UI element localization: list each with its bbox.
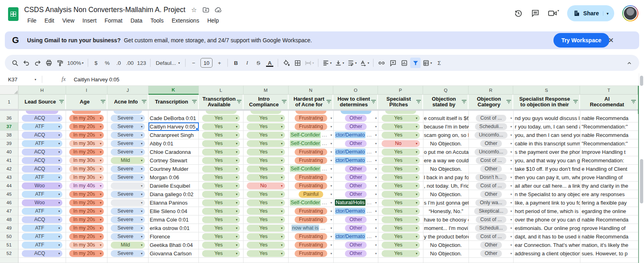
name-box-caret-icon[interactable]: ▾	[35, 78, 36, 81]
cell-K39[interactable]: Abby 0:01	[149, 139, 199, 148]
cell-M36[interactable]: Yes▾	[244, 114, 289, 122]
dropdown-caret-icon[interactable]: ▾	[330, 193, 332, 196]
dropdown-caret-icon[interactable]: ▾	[510, 243, 512, 247]
zoom-select[interactable]: 100%▾	[66, 58, 85, 68]
cell-N45[interactable]: Painful▾	[289, 190, 334, 199]
cell-Q37[interactable]: because I'm in betw	[423, 122, 469, 131]
row-header[interactable]	[0, 258, 19, 263]
cell-J38[interactable]: Severe▾	[107, 131, 149, 139]
cell-M41[interactable]: Yes▾	[244, 156, 289, 165]
cell-S41[interactable]: you, and that way you can ge	[514, 156, 580, 165]
cell[interactable]	[149, 111, 199, 114]
cell-J50[interactable]: Severe▾	[107, 232, 149, 241]
dropdown-pill[interactable]: In my 30s▾	[69, 166, 104, 172]
selected-cell-K37[interactable]: Caitlyn Harvey 0:05	[149, 122, 199, 131]
cell-S52[interactable]: addressing a client objection i	[514, 249, 580, 258]
dropdown-pill[interactable]: Frustrating	[295, 149, 328, 155]
dropdown-pill[interactable]: Frustrating	[295, 182, 328, 189]
cell-S37[interactable]: r you today, um, I can send a	[514, 122, 580, 131]
cell-Q51[interactable]: No Objection.	[423, 241, 469, 249]
dropdown-pill[interactable]: Yes▾	[382, 132, 420, 139]
filter-icon[interactable]	[573, 100, 578, 104]
cell-S47[interactable]: hort period of time, which is p	[514, 207, 580, 215]
dropdown-pill[interactable]: ATF▾	[22, 191, 62, 198]
dropdown-pill[interactable]: In my 20s▾	[69, 250, 104, 257]
cell-H44[interactable]: Woo▾	[19, 182, 66, 190]
cell[interactable]	[107, 111, 149, 114]
dropdown-pill[interactable]: In my 20s▾	[69, 225, 104, 232]
dropdown-pill[interactable]: Yes▾	[202, 166, 240, 172]
filter-icon[interactable]	[326, 100, 331, 104]
dropdown-pill[interactable]: Other	[480, 191, 502, 198]
cell-O37[interactable]: Other▾	[334, 122, 378, 131]
menu-insert[interactable]: Insert	[79, 17, 100, 25]
header-cell-H[interactable]: Lead Source	[19, 95, 66, 109]
dropdown-pill[interactable]: ATF▾	[22, 225, 62, 232]
cell-P39[interactable]: No▾	[378, 139, 423, 148]
cell-O45[interactable]: Other▾	[334, 190, 378, 199]
cell-O47[interactable]: ctor/Dermato...▾	[334, 207, 378, 215]
row-header-36[interactable]: 36	[0, 114, 19, 122]
dropdown-pill[interactable]: ACQ▾	[22, 157, 62, 164]
dropdown-caret-icon[interactable]: ▾	[375, 184, 377, 188]
dropdown-caret-icon[interactable]: ▾	[330, 235, 332, 238]
cell-P44[interactable]: Yes▾	[378, 182, 423, 190]
cell-N44[interactable]: Frustrating▾	[289, 182, 334, 190]
cell-P38[interactable]: Yes▾	[378, 131, 423, 139]
dropdown-pill[interactable]: In my 20s▾	[69, 199, 104, 206]
dropdown-pill[interactable]: Other	[345, 225, 366, 232]
dropdown-pill[interactable]: Frustrating	[295, 157, 328, 164]
cell-T38[interactable]: nable Recommenda	[580, 131, 638, 139]
dropdown-caret-icon[interactable]: ▾	[510, 193, 512, 196]
cell[interactable]	[66, 111, 107, 114]
cell-M40[interactable]: Yes▾	[244, 148, 289, 156]
dropdown-pill[interactable]: Yes▾	[382, 216, 420, 223]
cell-N43[interactable]: Frustrating▾	[289, 173, 334, 182]
cell-M49[interactable]: Yes▾	[244, 224, 289, 232]
cell-H42[interactable]: ACQ▾	[19, 165, 66, 173]
cell-Q52[interactable]: No Objection.	[423, 249, 469, 258]
dropdown-pill[interactable]: Yes▾	[382, 182, 420, 189]
dropdown-pill[interactable]: Yes▾	[202, 233, 240, 240]
header-cell-P[interactable]: Specialist Pitches	[378, 95, 423, 109]
dropdown-pill[interactable]	[206, 111, 237, 114]
cell-T41[interactable]: Recommendation:	[580, 156, 638, 165]
cell-J42[interactable]: Severe▾	[107, 165, 149, 173]
dropdown-caret-icon[interactable]: ▾	[510, 116, 512, 120]
cell-N48[interactable]: Frustrating▾	[289, 215, 334, 224]
cell-I49[interactable]: In my 20s▾	[66, 224, 107, 232]
row-header-47[interactable]: 47	[0, 207, 19, 215]
dropdown-pill[interactable]: Severe▾	[111, 208, 145, 215]
dropdown-pill[interactable]: Other	[345, 140, 366, 147]
cell-N37[interactable]: Frustrating▾	[289, 122, 334, 131]
dropdown-pill[interactable]: ATF▾	[22, 242, 62, 249]
cell-M46[interactable]: Yes▾	[244, 199, 289, 207]
dropdown-caret-icon[interactable]: ▾	[330, 243, 332, 247]
row-header-38[interactable]: 38	[0, 131, 19, 139]
cell-M43[interactable]: Yes▾	[244, 173, 289, 182]
cell-Q46[interactable]: s I'm just gonna get	[423, 199, 469, 207]
dropdown-pill[interactable]: ACQ▾	[22, 149, 62, 155]
cell-P47[interactable]: Yes▾	[378, 207, 423, 215]
cell-I41[interactable]: In my 30s▾	[66, 156, 107, 165]
cell-L51[interactable]: Yes▾	[199, 241, 244, 249]
dropdown-pill[interactable]: Frustrating	[295, 250, 328, 257]
dropdown-caret-icon[interactable]: ▾	[330, 125, 332, 128]
header-cell-J[interactable]: Acne Info	[107, 95, 149, 109]
cell[interactable]	[580, 258, 638, 263]
cloud-status-icon[interactable]	[215, 7, 222, 13]
dropdown-pill[interactable]	[341, 111, 372, 114]
dropdown-caret-icon[interactable]: ▾	[375, 201, 377, 205]
cell-Q38[interactable]: scam going on, so I'	[423, 131, 469, 139]
cell[interactable]	[514, 258, 580, 263]
cell-T43[interactable]: prove Handling of	[580, 173, 638, 182]
cell-M38[interactable]: Yes▾	[244, 131, 289, 139]
dropdown-caret-icon[interactable]: ▾	[510, 184, 512, 188]
dropdown-caret-icon[interactable]: ▾	[375, 116, 377, 120]
scrollbar-thumb[interactable]	[640, 159, 643, 203]
cell-K48[interactable]: Emma Cole 0:01	[149, 215, 199, 224]
cell-T51[interactable]: mation, it's likely the	[580, 241, 638, 249]
dropdown-pill[interactable]: Yes▾	[382, 174, 420, 181]
dropdown-pill[interactable]: Severe▾	[111, 140, 145, 147]
cell[interactable]	[334, 111, 378, 114]
